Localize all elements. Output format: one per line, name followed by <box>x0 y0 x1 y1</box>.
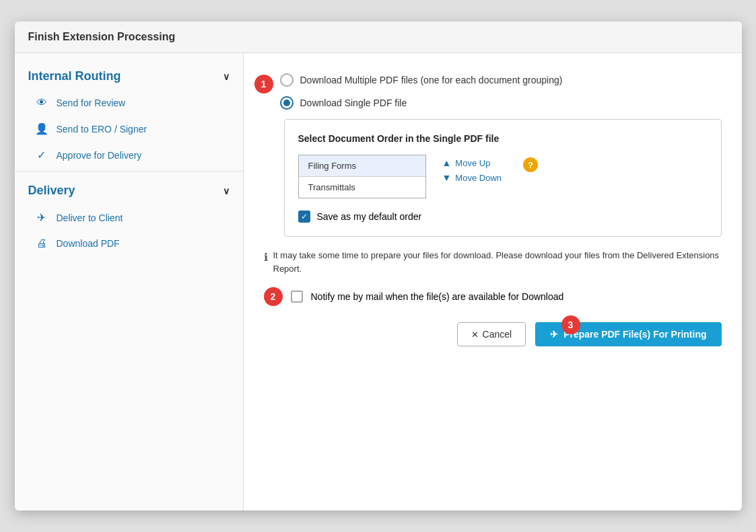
sidebar-item-download-pdf[interactable]: 🖨 Download PDF <box>15 231 243 256</box>
dialog-body: Internal Routing ∨ 👁 Send for Review 👤 S… <box>15 53 742 510</box>
move-up-label: Move Up <box>455 158 490 168</box>
person-icon: 👤 <box>35 122 48 135</box>
sidebar-item-send-to-ero[interactable]: 👤 Send to ERO / Signer <box>15 116 243 142</box>
save-default-label: Save as my default order <box>317 211 422 222</box>
info-text: It may take some time to prepare your fi… <box>273 249 722 275</box>
arrow-up-icon: ▲ <box>442 157 452 168</box>
sidebar-item-label: Send to ERO / Signer <box>57 124 147 135</box>
save-default-checkbox[interactable]: ✓ <box>298 211 310 223</box>
doc-order-title: Select Document Order in the Single PDF … <box>298 133 708 144</box>
doc-list-item-transmittals[interactable]: Transmittals <box>299 177 425 198</box>
doc-list-item-filing-forms[interactable]: Filing Forms <box>299 155 425 177</box>
sidebar-item-deliver-to-client[interactable]: ✈ Deliver to Client <box>15 204 243 231</box>
notify-mail-checkbox[interactable] <box>291 291 303 303</box>
option-single-pdf-row: Download Single PDF file <box>280 96 722 110</box>
sidebar: Internal Routing ∨ 👁 Send for Review 👤 S… <box>15 53 244 510</box>
buttons-row: 3 ✕ Cancel ✈ Prepare PDF File(s) For Pri… <box>264 322 722 346</box>
chevron-down-icon: ∨ <box>223 186 230 196</box>
document-order-box: Select Document Order in the Single PDF … <box>284 119 722 237</box>
info-box: ℹ It may take some time to prepare your … <box>264 249 722 275</box>
radio-single-pdf[interactable] <box>280 96 294 110</box>
step-1-badge: 1 <box>254 75 273 93</box>
step-3-badge: 3 <box>561 315 580 334</box>
cancel-label: Cancel <box>483 329 512 340</box>
move-down-button[interactable]: ▼ Move Down <box>442 172 502 183</box>
sidebar-item-label: Download PDF <box>57 238 120 249</box>
step-2-row: 2 Notify me by mail when the file(s) are… <box>264 287 722 306</box>
printer-icon: 🖨 <box>35 237 48 250</box>
arrow-down-icon: ▼ <box>442 172 452 183</box>
step-2-badge: 2 <box>264 287 283 306</box>
info-icon: ℹ <box>264 250 268 266</box>
eye-icon: 👁 <box>35 97 48 109</box>
save-default-order-row: ✓ Save as my default order <box>298 211 708 223</box>
check-icon: ✓ <box>35 149 48 161</box>
option-multiple-pdf-label: Download Multiple PDF files (one for eac… <box>300 75 563 85</box>
sidebar-divider <box>15 171 243 172</box>
main-content: 1 Download Multiple PDF files (one for e… <box>244 53 742 510</box>
chevron-down-icon: ∨ <box>223 71 230 82</box>
delivery-label: Delivery <box>28 184 75 198</box>
cancel-x-icon: ✕ <box>471 330 479 340</box>
radio-single-pdf-inner <box>283 100 290 106</box>
sidebar-section-delivery[interactable]: Delivery ∨ <box>15 174 243 204</box>
finish-extension-dialog: Finish Extension Processing Internal Rou… <box>15 22 742 510</box>
document-list: Filing Forms Transmittals <box>298 155 426 198</box>
move-up-button[interactable]: ▲ Move Up <box>442 157 502 168</box>
sidebar-item-send-for-review[interactable]: 👁 Send for Review <box>15 90 243 116</box>
sidebar-item-label: Deliver to Client <box>57 213 123 223</box>
doc-order-content: Filing Forms Transmittals ▲ Move Up ▼ Mo… <box>298 155 708 198</box>
send-print-icon: ✈ <box>550 329 558 340</box>
move-down-label: Move Down <box>455 173 502 183</box>
notify-mail-label: Notify me by mail when the file(s) are a… <box>311 291 564 302</box>
option-single-pdf-label: Download Single PDF file <box>300 98 407 108</box>
sidebar-item-label: Send for Review <box>57 98 126 108</box>
sidebar-section-internal-routing[interactable]: Internal Routing ∨ <box>15 60 243 90</box>
sidebar-item-label: Approve for Delivery <box>57 150 142 161</box>
sidebar-item-approve-delivery[interactable]: ✓ Approve for Delivery <box>15 142 243 168</box>
send-icon: ✈ <box>35 211 48 224</box>
internal-routing-label: Internal Routing <box>28 69 121 83</box>
option-multiple-pdf-row: Download Multiple PDF files (one for eac… <box>280 73 722 87</box>
dialog-title: Finish Extension Processing <box>15 22 742 53</box>
help-icon[interactable]: ? <box>523 157 538 172</box>
prepare-pdf-label: Prepare PDF File(s) For Printing <box>563 329 706 340</box>
cancel-button[interactable]: ✕ Cancel <box>457 322 526 346</box>
radio-multiple-pdf[interactable] <box>280 73 294 87</box>
move-buttons: ▲ Move Up ▼ Move Down <box>442 157 502 183</box>
